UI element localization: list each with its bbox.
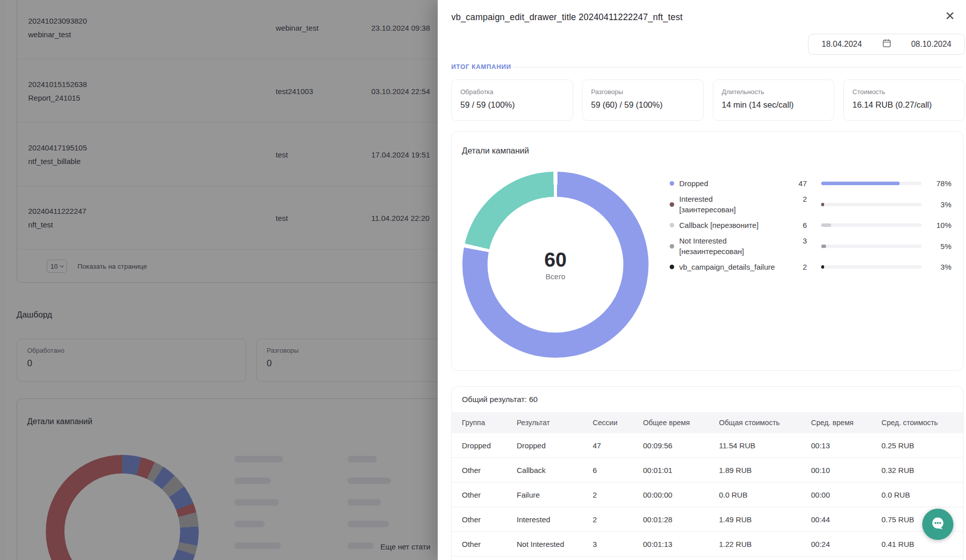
close-icon[interactable]: ✕ bbox=[941, 7, 959, 25]
legend-bar-fill bbox=[821, 223, 831, 227]
table-cell: 0.32 RUB bbox=[881, 466, 953, 474]
table-cell: 00:00:00 bbox=[643, 491, 719, 499]
summary-card-value: 16.14 RUB (0.27/call) bbox=[852, 100, 956, 110]
table-cell: 00:44 bbox=[811, 515, 881, 524]
summary-card-value: 14 min (14 sec/call) bbox=[722, 100, 826, 110]
legend-value: 6 bbox=[790, 220, 807, 230]
summary-card-label: Длительность bbox=[722, 88, 826, 96]
results-table-body: DroppedDropped4700:09:5611.54 RUB00:130.… bbox=[452, 433, 963, 556]
table-cell: Dropped bbox=[462, 441, 517, 450]
summary-card-label: Стоимость bbox=[852, 88, 956, 96]
date-range-picker[interactable]: 18.04.2024 08.10.2024 bbox=[808, 34, 965, 55]
legend-percent: 3% bbox=[928, 263, 951, 271]
calendar-icon[interactable] bbox=[882, 39, 891, 50]
table-cell: 2 bbox=[593, 515, 643, 524]
results-donut-chart: 60 Всего bbox=[462, 172, 649, 358]
table-row: OtherInterested200:01:281.49 RUB00:440.7… bbox=[452, 507, 963, 532]
summary-card-value: 59 / 59 (100%) bbox=[460, 100, 564, 110]
date-from-field[interactable]: 18.04.2024 bbox=[822, 40, 862, 49]
table-cell: 11.54 RUB bbox=[719, 441, 811, 450]
table-cell: 0.0 RUB bbox=[881, 491, 953, 499]
legend-bar-track bbox=[821, 265, 922, 269]
table-cell: 47 bbox=[593, 441, 643, 450]
donut-total-value: 60 bbox=[544, 249, 567, 271]
legend-sublabel-line: [незаинтересован] bbox=[679, 246, 790, 257]
results-donut-center: 60 Всего bbox=[488, 197, 623, 333]
legend-bar-track bbox=[821, 245, 922, 248]
summary-card: Разговоры59 (60) / 59 (100%) bbox=[582, 79, 704, 121]
legend-percent: 5% bbox=[928, 242, 951, 251]
table-row: OtherFailure200:00:000.0 RUB00:000.0 RUB bbox=[452, 483, 963, 507]
table-cell: 6 bbox=[593, 466, 643, 474]
column-header: Общее время bbox=[643, 419, 719, 427]
legend-label-line: Not Interested bbox=[679, 235, 790, 246]
legend-bar-fill bbox=[821, 265, 824, 269]
legend-bar-track bbox=[821, 182, 922, 185]
column-header: Сессии bbox=[593, 419, 643, 427]
table-cell: Other bbox=[462, 540, 517, 548]
legend-item: Callback [перезвоните]610% bbox=[670, 220, 951, 230]
campaign-details-title: Детали кампаний bbox=[462, 146, 529, 155]
table-cell: 1.22 RUB bbox=[719, 540, 811, 548]
chat-bubble-icon bbox=[929, 515, 946, 534]
legend-label: vb_campaign_details_failure bbox=[679, 262, 790, 272]
table-cell: 00:00 bbox=[811, 491, 881, 499]
table-cell: 0.41 RUB bbox=[881, 540, 953, 548]
legend-label: Dropped bbox=[679, 178, 790, 189]
column-header: Сред. стоимость bbox=[881, 419, 953, 427]
summary-card: Обработка59 / 59 (100%) bbox=[451, 79, 573, 121]
table-cell: Other bbox=[462, 491, 517, 499]
summary-card-label: Разговоры bbox=[591, 88, 695, 96]
legend-sublabel-line: [заинтересован] bbox=[679, 204, 790, 215]
legend-label: Not Interested[незаинтересован] bbox=[679, 235, 790, 257]
summary-card-value: 59 (60) / 59 (100%) bbox=[591, 100, 695, 110]
legend-item: Not Interested[незаинтересован]35% bbox=[670, 235, 951, 257]
legend-dot bbox=[670, 244, 674, 249]
table-cell: 1.89 RUB bbox=[719, 466, 811, 474]
legend-item: vb_campaign_details_failure23% bbox=[670, 262, 951, 272]
summary-cards: Обработка59 / 59 (100%)Разговоры59 (60) … bbox=[451, 79, 965, 121]
results-table-card: Общий результат: 60 ГруппаРезультатСесси… bbox=[451, 386, 963, 560]
legend-value: 2 bbox=[790, 262, 807, 272]
legend-percent: 3% bbox=[928, 200, 951, 209]
campaign-details-card: Детали кампаний 60 Всего Dropped4778%Int… bbox=[451, 131, 963, 371]
table-cell: Other bbox=[462, 515, 517, 524]
summary-card: Стоимость16.14 RUB (0.27/call) bbox=[843, 79, 965, 121]
table-cell: 00:13 bbox=[811, 441, 881, 450]
drawer-title: vb_campaign_edit_drawer_title 2024041122… bbox=[451, 12, 683, 23]
table-cell: 00:01:01 bbox=[643, 466, 719, 474]
legend-label-line: Dropped bbox=[679, 178, 790, 189]
legend-value: 3 bbox=[790, 235, 807, 246]
table-cell: Dropped bbox=[517, 441, 593, 450]
legend-bar-fill bbox=[821, 245, 826, 248]
legend-dot bbox=[670, 265, 674, 269]
table-cell: 0.0 RUB bbox=[719, 491, 811, 499]
legend-dot bbox=[670, 202, 674, 207]
date-to-field[interactable]: 08.10.2024 bbox=[911, 40, 951, 49]
column-header: Сред. время bbox=[811, 419, 881, 427]
legend-label-line: Interested bbox=[679, 194, 790, 204]
table-cell: Callback bbox=[517, 466, 593, 474]
legend-dot bbox=[670, 223, 674, 227]
table-cell: Interested bbox=[517, 515, 593, 524]
table-row: DroppedDropped4700:09:5611.54 RUB00:130.… bbox=[452, 433, 963, 458]
table-cell: Not Interested bbox=[517, 540, 593, 548]
table-cell: 00:10 bbox=[811, 466, 881, 474]
table-cell: Failure bbox=[517, 491, 593, 499]
summary-card: Длительность14 min (14 sec/call) bbox=[713, 79, 835, 121]
table-cell: 2 bbox=[593, 491, 643, 499]
table-cell: 00:24 bbox=[811, 540, 881, 548]
legend-label: Interested[заинтересован] bbox=[679, 194, 790, 215]
legend-bar-track bbox=[821, 203, 922, 206]
column-header: Группа bbox=[462, 419, 517, 427]
legend-bar-track bbox=[821, 223, 922, 227]
legend-percent: 10% bbox=[928, 221, 951, 229]
table-cell: 0.25 RUB bbox=[881, 441, 953, 450]
column-header: Общая стоимость bbox=[719, 419, 811, 427]
legend-label-line: vb_campaign_details_failure bbox=[679, 262, 790, 272]
campaign-details-drawer: vb_campaign_edit_drawer_title 2024041122… bbox=[438, 0, 966, 560]
section-divider bbox=[513, 67, 962, 67]
column-header: Результат bbox=[517, 419, 593, 427]
legend-bar-fill bbox=[821, 182, 900, 185]
chat-support-button[interactable] bbox=[922, 509, 953, 540]
